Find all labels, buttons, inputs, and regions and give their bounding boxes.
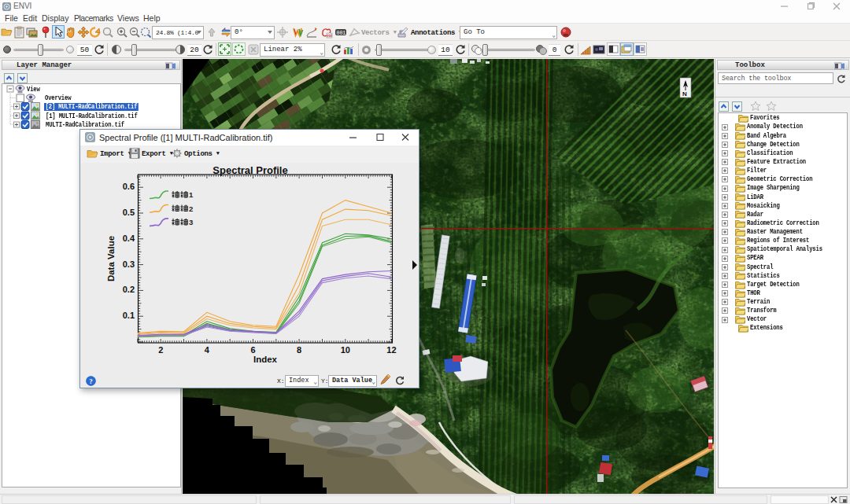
- svg-text:1: 1: [189, 190, 194, 199]
- svg-text:Index: Index: [253, 355, 278, 364]
- svg-text:001: 001: [337, 31, 346, 36]
- svg-text:0.1: 0.1: [123, 311, 135, 320]
- svg-text:0.6: 0.6: [123, 182, 135, 191]
- svg-text:0.4: 0.4: [123, 234, 135, 243]
- svg-text:12: 12: [386, 345, 396, 355]
- svg-text:?: ?: [89, 377, 93, 385]
- svg-text:roi: roi: [327, 33, 333, 38]
- svg-text:N: N: [682, 90, 687, 97]
- svg-text:4: 4: [205, 345, 210, 355]
- svg-text:0.2: 0.2: [123, 285, 135, 294]
- svg-text:3: 3: [189, 218, 193, 226]
- svg-text:2: 2: [189, 204, 193, 213]
- svg-text:Data Value: Data Value: [106, 236, 116, 281]
- svg-text:2: 2: [158, 345, 163, 355]
- svg-text:0.3: 0.3: [123, 259, 135, 269]
- svg-text:10: 10: [341, 345, 350, 355]
- svg-text:6: 6: [250, 345, 255, 355]
- svg-text:0.5: 0.5: [123, 208, 135, 217]
- svg-text:8: 8: [297, 345, 301, 355]
